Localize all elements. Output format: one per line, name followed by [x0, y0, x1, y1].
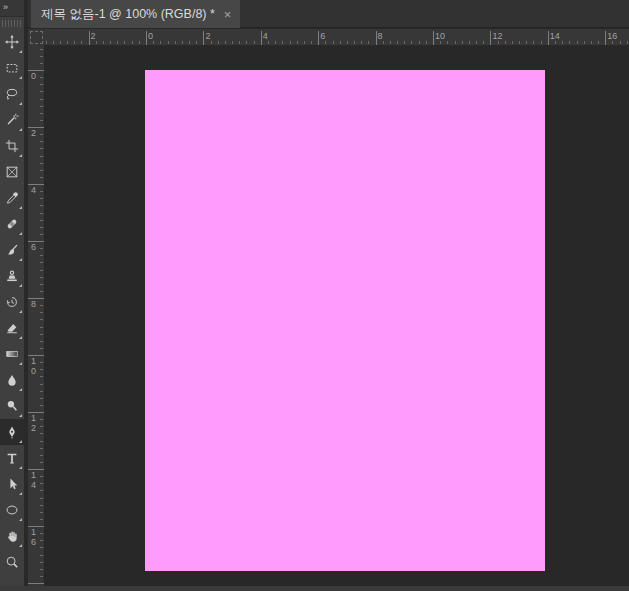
ruler-minor-tick [333, 41, 334, 44]
ruler-minor-tick [512, 41, 513, 44]
ruler-label: 2 [91, 31, 96, 41]
ruler-minor-tick [153, 41, 154, 44]
ruler-minor-tick [211, 41, 212, 44]
ruler-minor-tick [40, 476, 43, 477]
ruler-major-tick [376, 31, 377, 45]
ruler-minor-tick [40, 569, 43, 570]
type-icon [5, 451, 19, 465]
tool-hand[interactable] [0, 523, 24, 549]
pen-icon [5, 425, 19, 439]
ruler-minor-tick [40, 490, 43, 491]
ruler-minor-tick [40, 455, 43, 456]
ruler-major-tick [605, 31, 606, 45]
tool-clone-stamp[interactable] [0, 263, 24, 289]
panel-collapse-icon[interactable]: » [3, 2, 8, 12]
tool-brush[interactable] [0, 237, 24, 263]
history-brush-icon [5, 295, 19, 309]
tool-eraser[interactable] [0, 315, 24, 341]
ruler-minor-tick [620, 41, 621, 44]
ruler-minor-tick [40, 198, 43, 199]
ruler-minor-tick [40, 277, 43, 278]
tool-ellipse[interactable] [0, 497, 24, 523]
ruler-minor-tick [40, 348, 43, 349]
ruler-minor-tick [53, 41, 54, 44]
ruler-minor-tick [419, 41, 420, 44]
ruler-major-tick [433, 31, 434, 45]
ruler-minor-tick [368, 41, 369, 44]
tool-history-brush[interactable] [0, 289, 24, 315]
tool-spot-healing-brush[interactable] [0, 211, 24, 237]
ruler-minor-tick [40, 84, 43, 85]
ruler-minor-tick [40, 512, 43, 513]
tool-path-selection[interactable] [0, 471, 24, 497]
ruler-minor-tick [46, 41, 47, 44]
ruler-minor-tick [40, 555, 43, 556]
ruler-minor-tick [139, 41, 140, 44]
tool-flyout-indicator [19, 76, 22, 79]
ruler-minor-tick [426, 41, 427, 44]
tool-type[interactable] [0, 445, 24, 471]
ruler-label: 6 [320, 31, 325, 41]
ruler-minor-tick [469, 41, 470, 44]
ruler-minor-tick [225, 41, 226, 44]
tools-panel: » [0, 0, 24, 591]
tool-frame[interactable] [0, 159, 24, 185]
ruler-minor-tick [160, 41, 161, 44]
ruler-minor-tick [40, 234, 43, 235]
ruler-minor-tick [361, 41, 362, 44]
ruler-minor-tick [218, 41, 219, 44]
tool-flyout-indicator [19, 50, 22, 53]
vertical-ruler[interactable]: 024681 01 21 41 61 8 [28, 45, 44, 586]
tab-close-icon[interactable]: × [224, 8, 232, 21]
tool-flyout-indicator [19, 154, 22, 157]
ruler-minor-tick [440, 41, 441, 44]
tool-flyout-indicator [19, 440, 22, 443]
ruler-minor-tick [476, 41, 477, 44]
ruler-minor-tick [40, 376, 43, 377]
document-canvas[interactable] [145, 70, 545, 571]
tools-panel-grip[interactable] [2, 20, 22, 27]
ruler-minor-tick [325, 41, 326, 44]
tool-magic-wand[interactable] [0, 107, 24, 133]
ruler-minor-tick [40, 312, 43, 313]
tool-move[interactable] [0, 29, 24, 55]
tool-crop[interactable] [0, 133, 24, 159]
ruler-minor-tick [40, 533, 43, 534]
ruler-minor-tick [562, 41, 563, 44]
ruler-minor-tick [40, 305, 43, 306]
tool-zoom[interactable] [0, 549, 24, 575]
ruler-minor-tick [282, 41, 283, 44]
ruler-minor-tick [40, 291, 43, 292]
tool-gradient[interactable] [0, 341, 24, 367]
ruler-corner[interactable] [28, 29, 44, 45]
ruler-minor-tick [40, 327, 43, 328]
ruler-minor-tick [383, 41, 384, 44]
ruler-minor-tick [40, 462, 43, 463]
tool-dodge[interactable] [0, 393, 24, 419]
ruler-minor-tick [40, 391, 43, 392]
ruler-minor-tick [40, 63, 43, 64]
tool-rectangular-marquee[interactable] [0, 55, 24, 81]
tool-blur[interactable] [0, 367, 24, 393]
tool-flyout-indicator [19, 466, 22, 469]
tool-pen[interactable] [0, 419, 24, 445]
tool-lasso[interactable] [0, 81, 24, 107]
ruler-minor-tick [268, 41, 269, 44]
ruler-minor-tick [254, 41, 255, 44]
ruler-minor-tick [40, 547, 43, 548]
document-tab[interactable]: 제목 없음-1 @ 100% (RGB/8) * × [31, 0, 240, 28]
horizontal-ruler[interactable]: 20246810121416 [44, 29, 629, 45]
ruler-label: 2 [205, 31, 210, 41]
ruler-minor-tick [577, 41, 578, 44]
ruler-minor-tick [96, 41, 97, 44]
tool-eyedropper[interactable] [0, 185, 24, 211]
ruler-label: 0 [148, 31, 153, 41]
ruler-minor-tick [40, 341, 43, 342]
ruler-minor-tick [175, 41, 176, 44]
ruler-label: 6 [31, 243, 36, 253]
ruler-minor-tick [40, 398, 43, 399]
ruler-minor-tick [40, 213, 43, 214]
ruler-label: 1 6 [31, 528, 36, 547]
ruler-minor-tick [505, 41, 506, 44]
ruler-label: 4 [263, 31, 268, 41]
